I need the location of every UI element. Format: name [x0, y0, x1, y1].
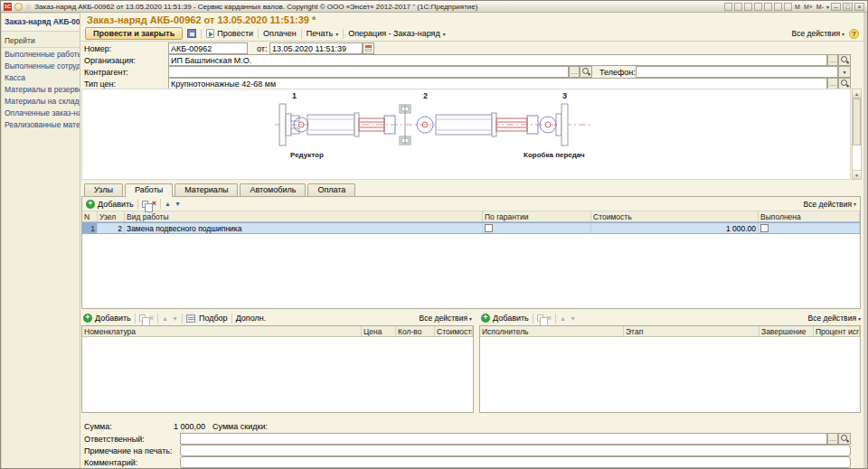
scroll-down-icon[interactable]: ▼: [853, 170, 861, 179]
work-type-cell[interactable]: Замена подвесного подшипника: [125, 223, 483, 233]
move-down-icon[interactable]: ▼: [570, 314, 576, 323]
restore-button[interactable]: □: [843, 3, 853, 11]
print-menu-button[interactable]: Печать▾: [307, 29, 339, 38]
post-button[interactable]: Провести: [206, 29, 253, 38]
executors-all-actions-button[interactable]: Все действия▾: [808, 314, 861, 323]
discount-sum-label: Сумма скидки:: [212, 422, 268, 431]
all-actions-button[interactable]: Все действия▾: [792, 29, 844, 38]
cost-cell[interactable]: 1 000.00: [591, 223, 759, 233]
column-header[interactable]: Процент исполнения: [814, 326, 860, 336]
memory-m-button[interactable]: M: [794, 4, 801, 10]
organization-input[interactable]: [168, 54, 827, 66]
sidebar-item-employee-works[interactable]: Выполненные сотрудника...: [2, 60, 80, 71]
memory-m-plus-button[interactable]: M+: [803, 4, 814, 10]
organization-ellipsis-button[interactable]: …: [827, 54, 838, 66]
move-up-icon[interactable]: ▲: [165, 200, 171, 208]
pick-button[interactable]: Подбор: [199, 314, 228, 323]
scrollbar-thumb[interactable]: [853, 98, 861, 145]
nav-back-button[interactable]: [14, 3, 23, 11]
materials-table[interactable]: Номенклатура Цена Кол-во Стоимость: [81, 325, 474, 413]
responsible-ellipsis-button[interactable]: …: [827, 433, 838, 445]
post-and-close-button[interactable]: Провести и закрыть: [85, 27, 183, 40]
calendar-picker-icon[interactable]: [363, 42, 374, 54]
minimize-button[interactable]: –: [831, 3, 841, 11]
close-button[interactable]: ×: [854, 3, 864, 11]
add-favorite-icon[interactable]: [754, 3, 762, 11]
print-preview-icon[interactable]: [744, 3, 752, 11]
sidebar-item-stock-materials[interactable]: Материалы на складе: [2, 95, 80, 107]
sidebar-item-reserved-materials[interactable]: Материалы в резерве: [2, 83, 80, 95]
contragent-input[interactable]: [168, 66, 569, 78]
copy-row-icon[interactable]: [537, 314, 543, 322]
phone-dropdown-button[interactable]: ▾: [838, 66, 851, 78]
column-header[interactable]: Этап: [624, 326, 760, 336]
add-executor-button[interactable]: + Добавить: [481, 314, 529, 323]
phone-input[interactable]: [636, 66, 838, 78]
paid-button[interactable]: Оплачен: [263, 29, 297, 38]
done-checkbox[interactable]: [760, 224, 769, 232]
toolbar-separator: [343, 29, 344, 39]
work-row[interactable]: 1 2 Замена подвесного подшипника 1 000.0…: [82, 222, 860, 234]
titlebar-dropdown-icon[interactable]: ▾: [826, 4, 829, 10]
save-document-icon[interactable]: [187, 29, 196, 38]
column-header[interactable]: Стоимость: [435, 326, 473, 336]
organization-search-button[interactable]: [838, 54, 851, 66]
executors-table[interactable]: Исполнитель Этап Завершение Процент испо…: [479, 325, 861, 413]
print-note-input[interactable]: [180, 445, 851, 456]
column-header[interactable]: Номенклатура: [82, 326, 362, 336]
tab-payment[interactable]: Оплата: [307, 183, 355, 196]
diagram-scrollbar[interactable]: ▲ ▼: [852, 89, 862, 180]
responsible-search-button[interactable]: [838, 433, 851, 445]
warranty-checkbox[interactable]: [485, 224, 493, 232]
works-all-actions-button[interactable]: Все действия▾: [804, 200, 856, 209]
column-header[interactable]: Выполнена: [759, 211, 860, 221]
column-header[interactable]: Узел: [98, 211, 125, 221]
column-header[interactable]: Завершение: [760, 326, 814, 336]
save-icon[interactable]: [724, 3, 732, 11]
node-cell[interactable]: 2: [98, 223, 125, 233]
tab-vehicle[interactable]: Автомобиль: [240, 183, 306, 196]
history-icon[interactable]: [764, 3, 772, 11]
column-header[interactable]: Исполнитель: [480, 326, 624, 336]
column-header[interactable]: Вид работы: [125, 211, 483, 221]
tab-nodes[interactable]: Узлы: [84, 183, 123, 196]
pick-list-icon[interactable]: [186, 314, 195, 323]
copy-row-icon[interactable]: [142, 201, 148, 208]
column-header[interactable]: Кол-во: [396, 326, 435, 336]
help-icon[interactable]: ?: [849, 29, 859, 39]
contragent-search-button[interactable]: [580, 66, 592, 78]
work-order-form: Заказ-наряд АКБ-00962 от 13.05.2020 11:5…: [80, 13, 863, 469]
calendar-icon[interactable]: [784, 3, 792, 11]
contragent-ellipsis-button[interactable]: …: [569, 66, 580, 78]
move-up-icon[interactable]: ▲: [560, 314, 566, 323]
move-down-icon[interactable]: ▼: [175, 200, 181, 208]
print-icon[interactable]: [734, 3, 742, 11]
add-work-button[interactable]: + Добавить: [86, 200, 134, 209]
tab-works[interactable]: Работы: [125, 183, 173, 197]
responsible-input[interactable]: [180, 433, 827, 445]
move-down-icon[interactable]: ▼: [172, 314, 178, 323]
date-input[interactable]: [269, 42, 363, 54]
memory-m-minus-button[interactable]: M-: [816, 4, 825, 10]
sidebar-document-tab[interactable]: Заказ-наряд АКБ-009...: [2, 14, 80, 32]
sidebar-item-sold-materials[interactable]: Реализованные материалы: [2, 118, 80, 130]
number-input[interactable]: [168, 42, 248, 54]
operation-menu-button[interactable]: Операция - Заказ-наряд▾: [348, 29, 446, 38]
tab-materials[interactable]: Материалы: [175, 183, 238, 196]
favorites-star-icon[interactable]: ☆: [25, 3, 32, 11]
move-up-icon[interactable]: ▲: [162, 314, 168, 323]
column-header[interactable]: По гарантии: [483, 211, 591, 221]
comment-input[interactable]: [180, 456, 851, 468]
sidebar-item-cash[interactable]: Касса: [2, 71, 80, 83]
add-material-button[interactable]: + Добавить: [83, 314, 131, 323]
scroll-up-icon[interactable]: ▲: [853, 89, 861, 98]
materials-all-actions-button[interactable]: Все действия▾: [420, 314, 472, 323]
column-header[interactable]: Стоимость: [591, 211, 759, 221]
calculator-icon[interactable]: [774, 3, 782, 11]
column-header[interactable]: Цена: [362, 326, 396, 336]
column-header[interactable]: N: [82, 211, 98, 221]
sidebar-item-paid-orders[interactable]: Оплаченные заказ-наряды: [2, 107, 80, 118]
extra-button[interactable]: Дополн.: [236, 314, 267, 323]
copy-row-icon[interactable]: [139, 314, 146, 322]
sidebar-item-completed-works[interactable]: Выполненные работы: [2, 48, 80, 60]
